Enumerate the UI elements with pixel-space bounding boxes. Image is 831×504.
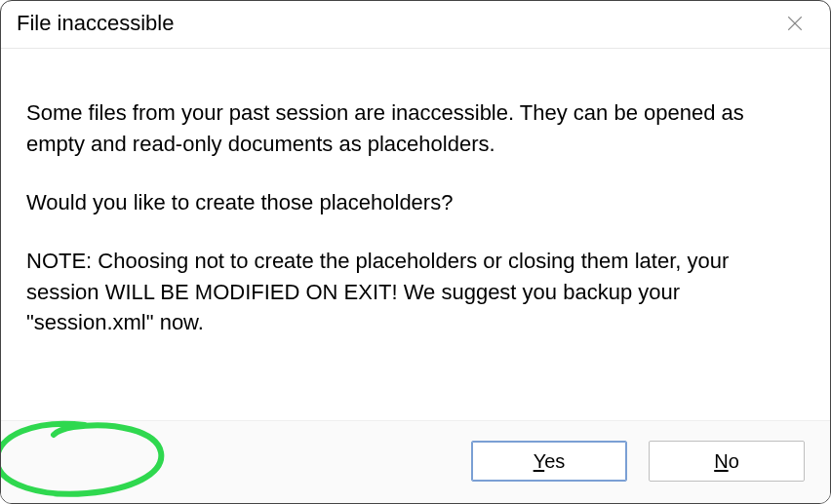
message-paragraph-2: Would you like to create those placehold… (26, 187, 805, 218)
yes-button[interactable]: Yes (471, 441, 627, 482)
close-button[interactable] (775, 9, 814, 38)
yes-mnemonic: Y (534, 450, 545, 472)
no-button[interactable]: No (649, 441, 805, 482)
message-paragraph-1: Some files from your past session are in… (26, 97, 805, 160)
yes-label-rest: es (544, 450, 565, 472)
dialog-content: Some files from your past session are in… (1, 49, 830, 420)
button-row: Yes No (1, 420, 830, 503)
dialog-title: File inaccessible (17, 11, 174, 36)
titlebar: File inaccessible (1, 1, 830, 49)
highlight-annotation (0, 413, 192, 504)
no-label-rest: o (729, 450, 739, 472)
close-icon (786, 15, 804, 32)
dialog-window: File inaccessible Some files from your p… (0, 0, 831, 504)
message-paragraph-3: NOTE: Choosing not to create the placeho… (26, 246, 805, 339)
no-mnemonic: N (714, 450, 728, 472)
